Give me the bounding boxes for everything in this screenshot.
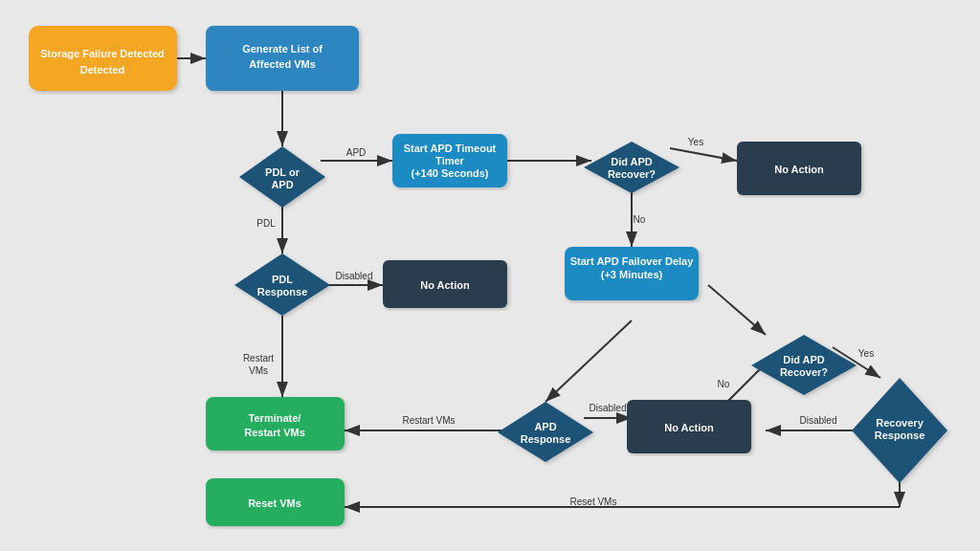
reset-vms-text: Reset VMs <box>248 497 301 509</box>
svg-line-10 <box>708 285 766 335</box>
terminate-restart-text2: Restart VMs <box>244 427 305 438</box>
restart-vms-1-label2: VMs <box>249 365 268 376</box>
no-1-label: No <box>634 214 646 225</box>
no-action-3-text: No Action <box>664 422 714 433</box>
apd-response-text2: Response <box>521 433 571 445</box>
no-action-2-text: No Action <box>420 279 470 291</box>
pdl-or-apd-text2: APD <box>271 179 293 190</box>
did-apd-recover-2-text2: Recover? <box>780 366 828 378</box>
restart-vms-2-label: Restart VMs <box>402 415 455 426</box>
restart-vms-1-label: Restart <box>243 353 274 364</box>
apd-label: APD <box>346 147 367 158</box>
disabled-2-label: Disabled <box>590 403 627 413</box>
yes-1-label: Yes <box>688 137 703 147</box>
start-apd-timer-text3: (+140 Seconds) <box>411 167 488 179</box>
no-2-label: No <box>718 379 730 389</box>
recovery-response-text2: Response <box>875 430 925 441</box>
did-apd-recover-1-text1: Did APD <box>611 156 653 167</box>
pdl-label: PDL <box>256 218 276 229</box>
no-action-1-text: No Action <box>774 164 824 175</box>
start-apd-timer-text2: Timer <box>435 155 464 166</box>
terminate-restart-text1: Terminate/ <box>249 412 301 424</box>
generate-list-text2: Affected VMs <box>249 58 316 70</box>
svg-line-18 <box>546 320 632 402</box>
start-apd-timer-text1: Start APD Timeout <box>404 143 497 154</box>
start-apd-failover-text1: Start APD Failover Delay <box>570 255 694 267</box>
start-apd-failover-text2: (+3 Minutes) <box>601 269 663 280</box>
reset-vms-label: Reset VMs <box>570 496 617 507</box>
svg-line-5 <box>670 148 737 161</box>
pdl-response-text1: PDL <box>272 274 293 285</box>
diagram-container: APD Yes No PDL Disabled Restart VMs No Y… <box>0 0 980 551</box>
generate-list-text1: Generate List of <box>242 43 323 55</box>
did-apd-recover-1-text2: Recover? <box>608 168 656 180</box>
storage-failure-text2: Detected <box>80 64 124 76</box>
apd-response-text1: APD <box>534 421 556 432</box>
recovery-response-text1: Recovery <box>876 417 924 429</box>
disabled-1-label: Disabled <box>336 271 373 281</box>
storage-failure-text: Storage Failure Detected <box>40 48 165 59</box>
yes-2-label: Yes <box>858 348 874 359</box>
did-apd-recover-2-text1: Did APD <box>783 354 825 365</box>
pdl-response-text2: Response <box>257 286 308 298</box>
terminate-restart-node <box>206 397 345 451</box>
disabled-3-label: Disabled <box>800 415 837 426</box>
pdl-or-apd-text1: PDL or <box>265 166 301 178</box>
